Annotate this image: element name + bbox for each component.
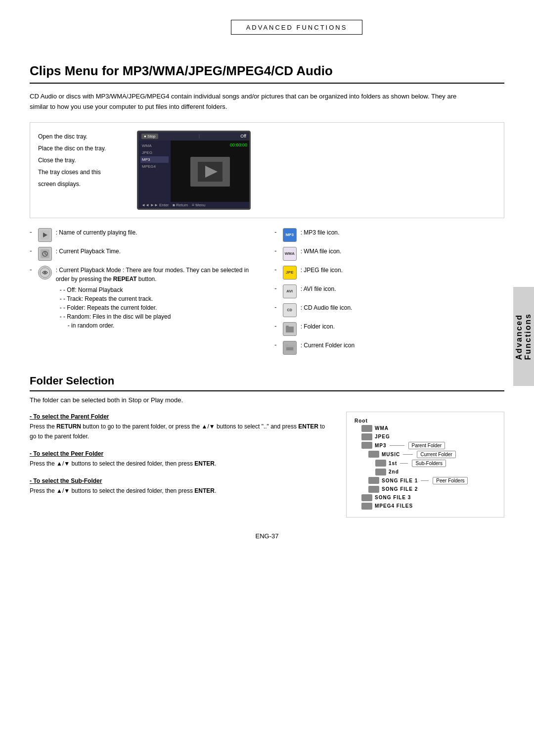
- icon-row-mp3: - MP3 : MP3 file icon.: [274, 228, 504, 242]
- wma-text: : WMA file icon.: [301, 247, 342, 256]
- tree-sub-folders-tag: Sub-Folders: [412, 460, 445, 467]
- tree-song2-icon: [368, 486, 379, 493]
- playfile-text: : Name of currently playing file.: [56, 228, 137, 237]
- tree-2nd-label: 2nd: [389, 469, 399, 474]
- tree-mp3-icon: [361, 442, 372, 449]
- playmode-text: : Current Playback Mode : There are four…: [56, 266, 260, 330]
- folder-icon: [283, 322, 297, 336]
- tv-sidebar: WMA JPEG MP3 MPEG4: [138, 141, 171, 203]
- peer-folder-title: - To select the Peer Folder: [30, 449, 331, 459]
- tree-wma-label: WMA: [375, 425, 389, 431]
- tree-jpeg: JPEG: [361, 433, 496, 440]
- header-label: Advanced Functions: [246, 24, 348, 31]
- peer-folder-section: - To select the Peer Folder Press the ▲/…: [30, 449, 331, 469]
- tree-mpeg4: MPEG4 FILES: [361, 503, 496, 510]
- playmode-random: - Random: Files in the disc will be play…: [60, 312, 260, 321]
- instruction-line-4: The tray closes and this: [38, 166, 127, 178]
- icon-row-wma: - WMA : WMA file icon.: [274, 247, 504, 261]
- icons-right: - MP3 : MP3 file icon. - WMA : WMA file …: [274, 228, 504, 360]
- icon-row-avi: - AVI : AVI file icon.: [274, 284, 504, 298]
- tree-song1-icon: [368, 477, 379, 484]
- icon-row-folder: - : Folder icon.: [274, 322, 504, 336]
- tv-image: [190, 157, 230, 187]
- tree-wma-icon: [361, 425, 372, 432]
- tv-format-wma: WMA: [140, 142, 169, 149]
- playtime-text: : Current Playback Time.: [56, 247, 121, 256]
- tv-btn-return: ■ Return: [173, 203, 188, 207]
- mp3-icon: MP3: [283, 228, 297, 242]
- tv-format-jpeg: JPEG: [140, 149, 169, 156]
- stop-button-label: ● Stop: [141, 134, 158, 139]
- side-tab: AdvancedFunctions: [513, 287, 534, 386]
- folder-text: : Folder icon.: [301, 322, 335, 331]
- tree-mpeg4-icon: [361, 503, 372, 510]
- tree-song1-label: SONG FILE 1: [382, 478, 418, 483]
- playfile-icon: [38, 228, 52, 242]
- folder-tree: Root WMA JPEG MP3 Parent Folder: [346, 412, 504, 518]
- icon-row-playtime: - : Current Playback Time.: [30, 247, 260, 261]
- tree-song2: SONG FILE 2: [368, 486, 496, 493]
- tv-main-area: 00:00:00: [171, 141, 249, 203]
- tree-current-folder-tag: Current Folder: [417, 451, 455, 458]
- tree-root-label: Root: [355, 418, 368, 424]
- tv-btn-enter: ◄◄ ►► Enter: [141, 203, 169, 207]
- parent-folder-section: - To select the Parent Folder Press the …: [30, 412, 331, 442]
- playtime-icon: [38, 247, 52, 261]
- jpeg-icon: JPE: [283, 266, 297, 280]
- tree-wma: WMA: [361, 425, 496, 432]
- tv-off-label: Off: [240, 134, 246, 139]
- screen-preview-box: Open the disc tray. Place the disc on th…: [30, 122, 504, 218]
- tree-root: Root: [355, 418, 496, 424]
- instruction-line-2: Place the disc on the tray.: [38, 142, 127, 154]
- folder-subtitle: The folder can be selected both in Stop …: [30, 396, 504, 404]
- tv-format-mpeg4: MPEG4: [140, 163, 169, 170]
- tree-1st-label: 1st: [389, 461, 397, 466]
- jpeg-text: : JPEG file icon.: [301, 266, 343, 275]
- current-folder-icon: [283, 341, 297, 355]
- folder-content: - To select the Parent Folder Press the …: [30, 412, 504, 518]
- tree-song3: SONG FILE 3: [361, 494, 496, 501]
- screen-instructions: Open the disc tray. Place the disc on th…: [38, 131, 127, 190]
- icon-row-playmode: - : Current Playback Mode : There are fo…: [30, 266, 260, 330]
- avi-text: : AVI file icon.: [301, 284, 336, 293]
- avi-icon: AVI: [283, 284, 297, 298]
- playmode-off: - Off: Normal Playback: [60, 285, 260, 294]
- icons-area: - : Name of currently playing file. -: [30, 228, 504, 360]
- parent-folder-body: Press the RETURN button to go to the par…: [30, 422, 331, 442]
- tv-separator: |: [199, 134, 200, 139]
- sub-folder-title: - To select the Sub-Folder: [30, 476, 331, 486]
- page-number: ENG-37: [256, 532, 279, 540]
- tv-content: WMA JPEG MP3 MPEG4 00:00:00: [138, 141, 249, 203]
- playmode-track: - Track: Repeats the current track.: [60, 294, 260, 303]
- instruction-line-5: screen displays.: [38, 178, 127, 190]
- icons-left: - : Name of currently playing file. -: [30, 228, 260, 360]
- folder-instructions: - To select the Parent Folder Press the …: [30, 412, 331, 503]
- tree-song3-label: SONG FILE 3: [375, 495, 411, 500]
- peer-folder-body: Press the ▲/▼ buttons to select the desi…: [30, 459, 331, 469]
- instruction-line-3: Close the tray.: [38, 154, 127, 166]
- sub-folder-section: - To select the Sub-Folder Press the ▲/▼…: [30, 476, 331, 496]
- playmode-icon: [38, 266, 52, 280]
- tree-music: MUSIC Current Folder: [368, 451, 496, 458]
- cd-text: : CD Audio file icon.: [301, 303, 353, 312]
- tv-btn-menu: ≡ Menu: [192, 203, 205, 207]
- tree-music-icon: [368, 451, 379, 458]
- tree-1st-icon: [375, 460, 386, 467]
- current-folder-text: : Current Folder icon: [301, 341, 355, 350]
- tv-bottom-bar: ◄◄ ►► Enter ■ Return ≡ Menu: [138, 202, 249, 208]
- tree-2nd: 2nd: [375, 469, 496, 475]
- parent-folder-title: - To select the Parent Folder: [30, 412, 331, 422]
- instruction-line-1: Open the disc tray.: [38, 131, 127, 142]
- icon-row-playfile: - : Name of currently playing file.: [30, 228, 260, 242]
- tree-jpeg-label: JPEG: [375, 434, 390, 439]
- tree-jpeg-icon: [361, 433, 372, 440]
- sub-folder-body: Press the ▲/▼ buttons to select the desi…: [30, 486, 331, 496]
- icon-row-cd: - CD : CD Audio file icon.: [274, 303, 504, 317]
- icon-row-jpeg: - JPE : JPEG file icon.: [274, 266, 504, 280]
- page-footer: ENG-37: [30, 532, 504, 540]
- tree-mp3-label: MP3: [375, 443, 387, 448]
- page: AdvancedFunctions Advanced Functions Cli…: [0, 0, 534, 756]
- tv-format-mp3: MP3: [140, 156, 169, 163]
- tv-time-display: 00:00:00: [230, 142, 247, 147]
- tv-image-svg: [198, 162, 222, 182]
